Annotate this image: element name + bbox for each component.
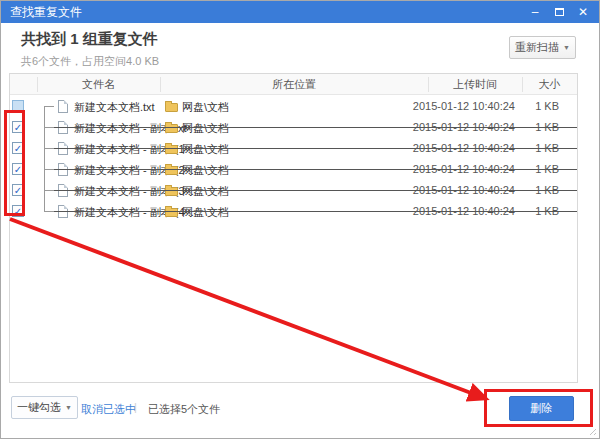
delete-button-label: 删除 xyxy=(531,401,553,416)
one-click-select-button[interactable]: 一键勾选 ▼ xyxy=(11,396,78,419)
row-checkbox[interactable]: ✓ xyxy=(12,121,24,133)
chevron-down-icon: ▼ xyxy=(65,404,72,411)
table-row: ✓ 新建文本文档 - 副本.txt 网盘\文档 2015-01-12 10:40… xyxy=(10,117,577,138)
maximize-icon[interactable] xyxy=(547,1,571,23)
file-size: 1 KB xyxy=(515,100,559,112)
table-row: ✓ 新建文本文档 - 副本 (3... 网盘\文档 2015-01-12 10:… xyxy=(10,180,577,201)
column-divider xyxy=(160,77,161,92)
folder-icon xyxy=(165,187,178,196)
file-location: 网盘\文档 xyxy=(182,184,229,199)
find-duplicate-files-window: 查找重复文件 – ✕ 共找到 1 组重复文件 共6个文件，占用空间4.0 KB … xyxy=(0,0,600,439)
window-controls: – ✕ xyxy=(523,1,595,23)
column-divider xyxy=(522,77,523,92)
file-name: 新建文本文档.txt xyxy=(74,100,155,115)
table-row: ✓ 新建文本文档 - 副本 (1... 网盘\文档 2015-01-12 10:… xyxy=(10,138,577,159)
row-checkbox[interactable] xyxy=(12,100,24,112)
page-subtitle: 共6个文件，占用空间4.0 KB xyxy=(21,54,159,69)
chevron-down-icon: ▼ xyxy=(563,44,570,51)
table-row: ✓ 新建文本文档 - 副本 (4... 网盘\文档 2015-01-12 10:… xyxy=(10,201,577,222)
strikethrough-line xyxy=(54,127,577,128)
file-location: 网盘\文档 xyxy=(182,163,229,178)
file-location: 网盘\文档 xyxy=(182,205,229,220)
page-title: 共找到 1 组重复文件 xyxy=(21,30,158,49)
table-row: 新建文本文档.txt 网盘\文档 2015-01-12 10:40:24 1 K… xyxy=(10,96,577,117)
one-click-select-label: 一键勾选 xyxy=(17,400,61,415)
column-header-location: 所在位置 xyxy=(160,74,428,94)
column-header-size: 大小 xyxy=(522,74,577,94)
column-header-filename: 文件名 xyxy=(37,74,160,94)
folder-icon xyxy=(165,208,178,217)
cancel-selected-link[interactable]: 取消已选中 xyxy=(81,402,136,417)
duplicate-files-table: 文件名 所在位置 上传时间 大小 新建文本文档.txt 网盘\文档 2015-0… xyxy=(9,73,578,383)
rescan-button-label: 重新扫描 xyxy=(515,40,559,55)
maximize-glyph xyxy=(555,8,564,16)
row-checkbox[interactable]: ✓ xyxy=(12,142,24,154)
close-icon[interactable]: ✕ xyxy=(571,1,595,23)
row-checkbox[interactable]: ✓ xyxy=(12,205,24,217)
minimize-icon[interactable]: – xyxy=(523,1,547,23)
row-checkbox[interactable]: ✓ xyxy=(12,184,24,196)
column-divider xyxy=(428,77,429,92)
file-location: 网盘\文档 xyxy=(182,100,229,115)
column-divider xyxy=(37,77,38,92)
selection-status: 已选择5个文件 xyxy=(148,402,220,417)
file-location: 网盘\文档 xyxy=(182,121,229,136)
table-body: 新建文本文档.txt 网盘\文档 2015-01-12 10:40:24 1 K… xyxy=(10,96,577,382)
folder-icon xyxy=(165,166,178,175)
strikethrough-line xyxy=(54,169,577,170)
group-bracket-stub xyxy=(44,190,54,191)
table-header: 文件名 所在位置 上传时间 大小 xyxy=(10,74,577,95)
group-bracket-stub xyxy=(44,211,54,212)
folder-icon xyxy=(165,145,178,154)
group-bracket-stub xyxy=(44,127,54,128)
delete-button[interactable]: 删除 xyxy=(509,396,574,421)
rescan-button[interactable]: 重新扫描 ▼ xyxy=(509,36,576,59)
footer-divider: | xyxy=(134,401,137,413)
group-bracket-stub xyxy=(44,169,54,170)
file-location: 网盘\文档 xyxy=(182,142,229,157)
group-bracket-stub xyxy=(44,148,54,149)
strikethrough-line xyxy=(54,148,577,149)
file-icon xyxy=(58,100,68,113)
titlebar: 查找重复文件 – ✕ xyxy=(1,1,599,23)
window-title: 查找重复文件 xyxy=(10,1,82,23)
row-checkbox[interactable]: ✓ xyxy=(12,163,24,175)
group-bracket-stub xyxy=(44,106,54,107)
strikethrough-line xyxy=(54,211,577,212)
column-header-uploadtime: 上传时间 xyxy=(428,74,522,94)
folder-icon xyxy=(165,103,178,112)
folder-icon xyxy=(165,124,178,133)
strikethrough-line xyxy=(54,190,577,191)
upload-time: 2015-01-12 10:40:24 xyxy=(340,100,515,112)
resize-grip[interactable] xyxy=(587,426,596,435)
table-row: ✓ 新建文本文档 - 副本 (2... 网盘\文档 2015-01-12 10:… xyxy=(10,159,577,180)
